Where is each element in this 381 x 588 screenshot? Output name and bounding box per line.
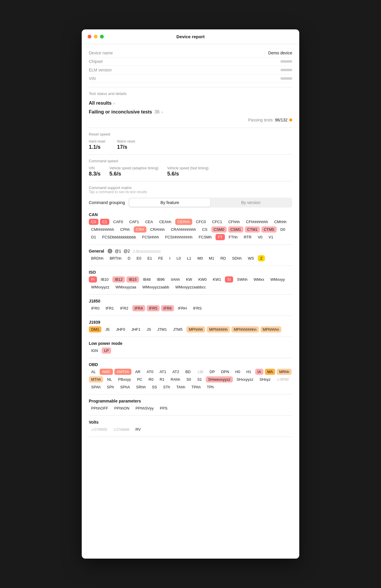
tag-6-13[interactable]: IA bbox=[255, 369, 263, 375]
tag-6-19[interactable]: PC bbox=[135, 376, 145, 382]
tag-6-14[interactable]: MA bbox=[265, 369, 275, 375]
tag-0-19[interactable]: CSM1 bbox=[228, 226, 243, 233]
tag-6-27[interactable]: SHxyz bbox=[257, 376, 273, 382]
tag-3-1[interactable]: IFR1 bbox=[103, 305, 116, 311]
tag-2-13[interactable]: WMxxyy bbox=[268, 276, 287, 283]
tag-1-3[interactable]: E0 bbox=[134, 255, 144, 261]
tag-2-14[interactable]: WMxxyyzz bbox=[89, 284, 112, 290]
tag-8-1[interactable]: ⚠CVdddd bbox=[111, 426, 131, 432]
tag-6-25[interactable]: SHwwxxyyzz bbox=[206, 376, 233, 382]
tag-0-5[interactable]: CEAhh bbox=[157, 219, 173, 225]
tag-0-23[interactable]: D1 bbox=[89, 234, 98, 240]
tag-1-4[interactable]: E1 bbox=[145, 255, 154, 261]
maximize-button[interactable] bbox=[100, 35, 104, 39]
tag-2-1[interactable]: IB10 bbox=[98, 276, 111, 283]
info-circle-icon[interactable]: i bbox=[108, 249, 112, 253]
tag-2-7[interactable]: KW bbox=[184, 276, 195, 283]
tag-3-0[interactable]: IFR0 bbox=[89, 305, 102, 311]
tag-6-11[interactable]: H0 bbox=[233, 369, 243, 375]
tag-0-11[interactable]: CMhhh bbox=[272, 219, 289, 225]
tag-4-3[interactable]: JHF1 bbox=[129, 326, 143, 333]
close-button[interactable] bbox=[88, 35, 91, 39]
tag-2-10[interactable]: SI bbox=[225, 276, 233, 283]
tag-2-6[interactable]: IIAhh bbox=[168, 276, 182, 283]
tag-6-30[interactable]: SPh bbox=[104, 384, 116, 390]
tag-1-13[interactable]: WS bbox=[245, 255, 256, 261]
tag-6-0[interactable]: AL bbox=[89, 369, 98, 375]
tag-2-9[interactable]: KW1 bbox=[210, 276, 223, 283]
tag-1-14[interactable]: Z bbox=[258, 255, 265, 261]
tag-6-24[interactable]: S1 bbox=[195, 376, 204, 382]
tag-1-12[interactable]: SDhh bbox=[230, 255, 244, 261]
tag-2-12[interactable]: WMxx bbox=[251, 276, 267, 283]
tag-3-7[interactable]: IFRS bbox=[190, 305, 204, 311]
tag-0-6[interactable]: CERhh bbox=[175, 219, 192, 225]
tag-3-5[interactable]: IFR6 bbox=[161, 305, 174, 311]
tag-0-14[interactable]: CRA bbox=[134, 226, 146, 233]
tag-6-35[interactable]: TAhh bbox=[174, 384, 188, 390]
tag-0-18[interactable]: CSM0 bbox=[211, 226, 227, 233]
tag-6-5[interactable]: AT1 bbox=[157, 369, 169, 375]
tag-2-2[interactable]: IB12 bbox=[112, 276, 125, 283]
tag-6-36[interactable]: TPAh bbox=[189, 384, 203, 390]
tag-2-16[interactable]: WMxxyyzzaabb bbox=[140, 284, 171, 290]
tag-2-5[interactable]: IB96 bbox=[155, 276, 167, 283]
tag-1-11[interactable]: RD bbox=[218, 255, 228, 261]
tag-3-2[interactable]: IFR2 bbox=[118, 305, 131, 311]
tag-6-34[interactable]: STh bbox=[161, 384, 173, 390]
tag-6-26[interactable]: SHxxyyzz bbox=[234, 376, 256, 382]
tag-0-0[interactable]: C0 bbox=[89, 219, 98, 225]
tag-7-3[interactable]: PPS bbox=[158, 405, 170, 411]
tag-2-8[interactable]: KW0 bbox=[196, 276, 209, 283]
tag-6-16[interactable]: MThh bbox=[89, 376, 103, 382]
tag-0-25[interactable]: FCSHhhh bbox=[140, 234, 161, 240]
tag-6-23[interactable]: S0 bbox=[184, 376, 193, 382]
tag-0-4[interactable]: CEA bbox=[143, 219, 156, 225]
tag-6-22[interactable]: RAhh bbox=[168, 376, 183, 382]
tag-6-21[interactable]: R1 bbox=[157, 376, 167, 382]
tag-6-4[interactable]: AT0 bbox=[144, 369, 156, 375]
tag-0-2[interactable]: CAF0 bbox=[111, 219, 125, 225]
tag-0-32[interactable]: V1 bbox=[266, 234, 276, 240]
tag-0-15[interactable]: CRAhhh bbox=[148, 226, 167, 233]
tag-0-1[interactable]: C1 bbox=[100, 219, 110, 225]
tag-6-8[interactable]: ⚠BI bbox=[195, 369, 206, 375]
tag-6-29[interactable]: SPAh bbox=[89, 384, 103, 390]
tag-1-2[interactable]: D bbox=[125, 255, 133, 261]
tag-6-20[interactable]: R0 bbox=[146, 376, 156, 382]
tag-1-6[interactable]: I bbox=[167, 255, 173, 261]
tag-0-28[interactable]: FT bbox=[215, 234, 225, 240]
tag-6-2[interactable]: AMThh bbox=[114, 369, 131, 375]
tag-0-17[interactable]: CS bbox=[200, 226, 210, 233]
tag-2-15[interactable]: WMxxyyzaa bbox=[113, 284, 138, 290]
tag-4-4[interactable]: JS bbox=[144, 326, 153, 333]
tag-6-31[interactable]: SPhA bbox=[118, 384, 132, 390]
tag-4-10[interactable]: MPhhhhn bbox=[260, 326, 282, 333]
tag-4-8[interactable]: MPhhhhhh bbox=[207, 326, 230, 333]
tag-0-21[interactable]: CTM5 bbox=[261, 226, 276, 233]
tag-1-9[interactable]: M0 bbox=[195, 255, 205, 261]
tag-6-3[interactable]: AR bbox=[133, 369, 143, 375]
tag-2-4[interactable]: IB48 bbox=[141, 276, 153, 283]
tag-0-13[interactable]: CPhh bbox=[118, 226, 132, 233]
tag-1-1[interactable]: BRThh bbox=[107, 255, 124, 261]
tag-4-6[interactable]: JTM5 bbox=[171, 326, 185, 333]
tag-6-10[interactable]: DPN bbox=[219, 369, 231, 375]
tag-0-27[interactable]: FCSMh bbox=[196, 234, 214, 240]
tag-0-26[interactable]: FCSHhhhhhhhh bbox=[163, 234, 195, 240]
tag-0-24[interactable]: FCSDbbbbbbbbbbb bbox=[100, 234, 138, 240]
tag-4-0[interactable]: DM1 bbox=[89, 326, 101, 333]
tag-0-3[interactable]: CAF1 bbox=[127, 219, 141, 225]
tag-0-29[interactable]: FThh bbox=[226, 234, 240, 240]
tag-8-0[interactable]: ⚠CV0000 bbox=[89, 426, 109, 432]
tag-4-1[interactable]: JE bbox=[103, 326, 112, 333]
tag-0-20[interactable]: CTM1 bbox=[245, 226, 260, 233]
tag-6-6[interactable]: AT2 bbox=[170, 369, 182, 375]
tag-6-37[interactable]: TPh bbox=[205, 384, 216, 390]
tag-1-0[interactable]: BRDhh bbox=[89, 255, 106, 261]
tag-4-2[interactable]: JHF0 bbox=[114, 326, 128, 333]
tag-1-10[interactable]: M1 bbox=[207, 255, 217, 261]
tag-2-0[interactable]: FI bbox=[89, 276, 97, 283]
tag-0-31[interactable]: V0 bbox=[255, 234, 265, 240]
tag-4-5[interactable]: JTM1 bbox=[155, 326, 169, 333]
